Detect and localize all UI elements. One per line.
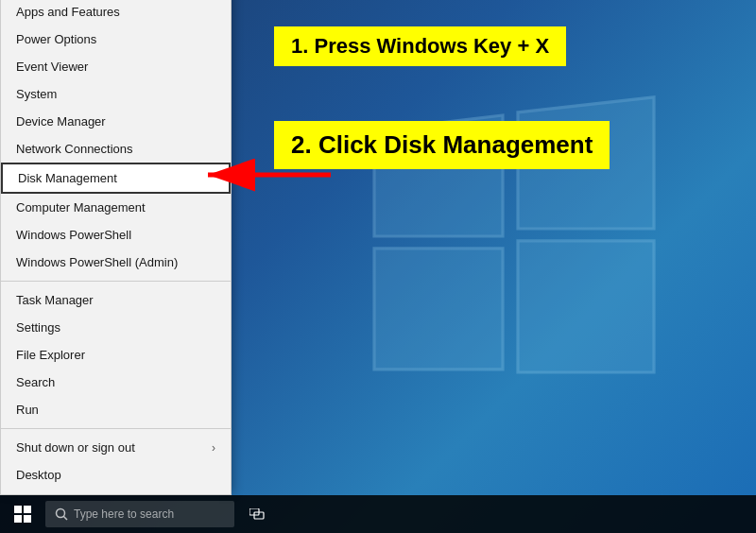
svg-rect-8 [14, 515, 22, 523]
desktop-windows-logo [359, 57, 662, 416]
menu-item-device-manager[interactable]: Device Manager [1, 108, 231, 135]
menu-item-event-viewer[interactable]: Event Viewer [1, 53, 231, 80]
taskbar [0, 495, 756, 533]
submenu-arrow-icon: › [212, 441, 215, 455]
menu-item-search[interactable]: Search [1, 369, 231, 396]
svg-line-11 [64, 517, 68, 521]
menu-item-system[interactable]: System [1, 80, 231, 108]
menu-item-network-connections[interactable]: Network Connections [1, 135, 231, 163]
taskbar-search-box[interactable] [45, 501, 234, 527]
svg-marker-3 [518, 241, 654, 372]
menu-item-run[interactable]: Run [1, 396, 231, 423]
svg-marker-2 [374, 249, 503, 370]
menu-item-settings[interactable]: Settings [1, 314, 231, 341]
menu-item-computer-management[interactable]: Computer Management [1, 194, 231, 221]
svg-rect-9 [24, 515, 31, 523]
menu-divider-2 [1, 428, 231, 429]
svg-point-10 [57, 509, 65, 518]
menu-item-desktop[interactable]: Desktop [1, 461, 231, 489]
start-button[interactable] [0, 495, 45, 533]
svg-rect-7 [24, 506, 31, 513]
menu-item-windows-powershell[interactable]: Windows PowerShell [1, 221, 231, 249]
menu-item-task-manager[interactable]: Task Manager [1, 286, 231, 314]
context-menu: Apps and Features Power Options Event Vi… [0, 0, 232, 495]
svg-rect-6 [14, 506, 22, 513]
windows-icon [14, 506, 31, 523]
menu-item-disk-management[interactable]: Disk Management [1, 163, 231, 194]
menu-item-power-options[interactable]: Power Options [1, 26, 231, 53]
task-view-button[interactable] [238, 495, 276, 533]
task-view-icon [249, 508, 265, 520]
menu-item-file-explorer[interactable]: File Explorer [1, 341, 231, 369]
menu-item-shut-down-sign-out[interactable]: Shut down or sign out › [1, 434, 231, 461]
instruction-label-2: 2. Click Disk Management [274, 121, 610, 169]
desktop: 1. Press Windows Key + X 2. Click Disk M… [0, 0, 756, 533]
search-icon [55, 507, 68, 521]
search-input[interactable] [74, 507, 206, 521]
instruction-label-1: 1. Press Windows Key + X [274, 26, 566, 66]
menu-divider-1 [1, 281, 231, 282]
menu-item-windows-powershell-admin[interactable]: Windows PowerShell (Admin) [1, 249, 231, 276]
menu-item-apps-features[interactable]: Apps and Features [1, 0, 231, 26]
